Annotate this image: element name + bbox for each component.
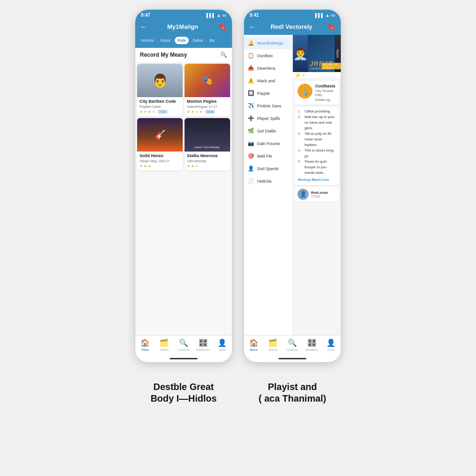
nav-label-profile-left: Sorls bbox=[218, 348, 226, 351]
menu-label-3: Mack and bbox=[257, 79, 275, 83]
nav-home-right[interactable]: 🏠 Nove bbox=[244, 338, 264, 351]
media-info-2: Monton Pegies SatenFingsar 17 27 ★ ★ ★ ★… bbox=[185, 97, 230, 116]
status-time-right: 9:41 bbox=[250, 13, 259, 18]
thumb-dark: DANY VON PROWL bbox=[185, 118, 230, 152]
right-content-area: 👨‍💼 JREAT CATERANALS Roy Bor 29 019 bom … bbox=[293, 35, 341, 335]
media-card-2[interactable]: 🎭 Monton Pegies SatenFingsar 17 27 ★ ★ ★… bbox=[185, 64, 230, 116]
menu-item-well-fle[interactable]: 🎯 Well Fle bbox=[244, 150, 292, 162]
stars-row-1: ★ ★ ★ ★ 7028 bbox=[139, 110, 180, 114]
bookmark-icon-left[interactable]: 🔖 bbox=[218, 22, 227, 31]
menu-label-11: Hetlrola bbox=[257, 179, 271, 184]
wifi-icon-right: ▲ bbox=[325, 13, 330, 18]
bookmark-icon-right[interactable]: 🔖 bbox=[327, 22, 336, 31]
status-icons-left: ▌▌▌ ▲ ▭ bbox=[206, 13, 226, 18]
home-indicator-right bbox=[278, 358, 306, 359]
target-icon: 🎯 bbox=[248, 153, 254, 159]
star-3-1: ★ bbox=[139, 164, 143, 168]
back-icon-right[interactable]: ← bbox=[249, 23, 256, 31]
list-item-1: 1. Clifisk poontding bbox=[298, 109, 336, 114]
controls-icon-left: 🎛️ bbox=[198, 338, 208, 347]
banner-person: 👨‍💼 bbox=[293, 35, 308, 72]
tab-delve[interactable]: Delve bbox=[190, 37, 206, 44]
badge-2: 3048 bbox=[205, 110, 215, 114]
nav-profile-left[interactable]: 👤 Sorls bbox=[212, 338, 232, 351]
info-sub-1: X4y Tentras Fillic bbox=[315, 89, 336, 97]
star-4-3: ★ bbox=[195, 164, 198, 168]
caption-right-line1: Playist and bbox=[244, 381, 341, 393]
section-header-left: Record My Measy 🔍 bbox=[135, 48, 232, 62]
badge-1: 7028 bbox=[158, 110, 168, 114]
menu-label-9: Well Fle bbox=[257, 154, 272, 159]
card-title-2: Monton Pegies bbox=[187, 99, 228, 104]
nav-controls-left[interactable]: 🎛️ Medorols bbox=[193, 338, 213, 351]
media-card-1[interactable]: 👨 City Barthen Code PayBel Careil ★ ★ ★ … bbox=[137, 64, 183, 116]
info-text: Custbasia X4y Tentras Fillic Dolats ug.. bbox=[315, 84, 336, 102]
menu-item-sod-spents[interactable]: 👤 Sod Spents bbox=[244, 162, 292, 175]
app-header-left: ← My1Ma/ign 🔖 bbox=[135, 20, 232, 35]
warning-icon: ⚠️ bbox=[248, 78, 254, 84]
menu-item-probrie-sans[interactable]: ✈️ Probrie Sans bbox=[244, 99, 292, 112]
nav-profile-right[interactable]: 👤 Sorls bbox=[321, 338, 341, 351]
nav-label-nevation-right: Nevation bbox=[305, 348, 318, 351]
captions-row: Destble Great Body I—Hidlos Playist and … bbox=[14, 381, 462, 404]
star-3-2: ★ bbox=[144, 164, 147, 168]
back-icon-left[interactable]: ← bbox=[140, 23, 147, 31]
caption-left-line1: Destble Great bbox=[135, 381, 232, 393]
nav-search-left[interactable]: 🔍 Contond bbox=[174, 338, 193, 351]
menu-item-ountbex[interactable]: 📋 Ountbex bbox=[244, 49, 292, 62]
about-icon-right: 🗂️ bbox=[268, 338, 278, 347]
menu-item-payple[interactable]: 🔲 Payple bbox=[244, 87, 292, 99]
tab-nusic[interactable]: Nusic bbox=[158, 37, 174, 44]
media-card-3[interactable]: 🎸 Soild Henes Sleyer May. 200.27 ★ ★ ★ bbox=[137, 118, 183, 171]
tab-honins[interactable]: Honins bbox=[138, 37, 157, 44]
menu-label-7: Get Dialils bbox=[257, 129, 276, 133]
menu-item-murinfnshings[interactable]: 🔔 Murinfnshings bbox=[244, 37, 292, 49]
nav-about-right[interactable]: 🗂️ About bbox=[264, 338, 283, 351]
menu-label-8: Daln Foume bbox=[257, 141, 280, 146]
star-4-2: ★ bbox=[191, 164, 194, 168]
abent-icon-left: 🗂️ bbox=[159, 338, 169, 347]
menu-item-mack-and[interactable]: ⚠️ Mack and bbox=[244, 74, 292, 87]
menu-item-daln-foume[interactable]: 📷 Daln Foume bbox=[244, 137, 292, 150]
nav-label-home-right: Nove bbox=[250, 348, 258, 351]
menu-item-dewnlens[interactable]: 📥 Dewnlens bbox=[244, 62, 292, 74]
card-subtitle-4: 190i.tdrandp bbox=[187, 159, 228, 163]
stars-row-4: ★ ★ ★ bbox=[187, 164, 228, 168]
tab-fule[interactable]: Fule bbox=[175, 37, 189, 44]
caption-right: Playist and ( aca Thanimal) bbox=[244, 381, 341, 404]
list-item-5: 5. Theen llo quet thusyer to you reenlls… bbox=[298, 159, 336, 176]
card-subtitle-3: Sleyer May. 200.27 bbox=[139, 159, 180, 163]
media-card-4[interactable]: DANY VON PROWL Stalka Meerona 190i.tdran… bbox=[185, 118, 230, 171]
phones-row: 9:47 ▌▌▌ ▲ ▭ ← My1Ma/ign 🔖 Honins Nusic … bbox=[135, 9, 341, 363]
sidebar-menu: 🔔 Murinfnshings 📋 Ountbex 📥 Dewnlens ⚠️ … bbox=[244, 35, 293, 335]
caption-left-line2: Body I—Hidlos bbox=[135, 393, 232, 404]
rechop-link[interactable]: Rechop Mach-Lins bbox=[298, 177, 336, 183]
leaf-icon: 🌿 bbox=[248, 128, 254, 134]
star-badge-row: ⭐ ⚡ bbox=[293, 72, 341, 79]
bottom-nav-right: 🏠 Nove 🗂️ About 🔍 Oceined 🎛️ Nevation 👤 bbox=[244, 335, 341, 356]
bottom-strip: 👤 Rtetl.mink STDNI bbox=[295, 187, 339, 202]
tab-be[interactable]: Be bbox=[207, 37, 218, 44]
star-badge-text: ⚡ bbox=[302, 73, 306, 77]
caption-left: Destble Great Body I—Hidlos bbox=[135, 381, 232, 404]
nav-abent-left[interactable]: 🗂️ Abent bbox=[155, 338, 174, 351]
star-4: ★ bbox=[152, 110, 155, 114]
media-info-1: City Barthen Code PayBel Careil ★ ★ ★ ★ … bbox=[137, 97, 183, 116]
signal-icon: ▌▌▌ bbox=[206, 13, 215, 18]
header-title-left: My1Ma/ign bbox=[167, 23, 198, 30]
media-grid: 👨 City Barthen Code PayBel Careil ★ ★ ★ … bbox=[135, 62, 232, 172]
banner-badge: Roy Bor 29 019 bom bbox=[322, 63, 341, 69]
header-title-right: Redl Vectorely bbox=[271, 23, 312, 30]
nav-home-left[interactable]: 🏠 Timo bbox=[135, 338, 155, 351]
nav-search-right[interactable]: 🔍 Oceined bbox=[283, 338, 302, 351]
info-avatar: ⚓ bbox=[298, 84, 312, 99]
menu-item-hetlrola[interactable]: 📄 Hetlrola bbox=[244, 175, 292, 187]
nav-nevation-right[interactable]: 🎛️ Nevation bbox=[302, 338, 322, 351]
menu-label-0: Murinfnshings bbox=[257, 41, 283, 46]
nav-label-controls-left: Medorols bbox=[196, 348, 210, 351]
menu-item-player-spills[interactable]: ➕ Player Spills bbox=[244, 112, 292, 125]
search-icon-left[interactable]: 🔍 bbox=[220, 52, 227, 58]
caption-right-line2: ( aca Thanimal) bbox=[244, 393, 341, 404]
list-content: 1. Clifisk poontding 2. Well han up to y… bbox=[295, 106, 339, 185]
menu-item-get-dialils[interactable]: 🌿 Get Dialils bbox=[244, 125, 292, 137]
